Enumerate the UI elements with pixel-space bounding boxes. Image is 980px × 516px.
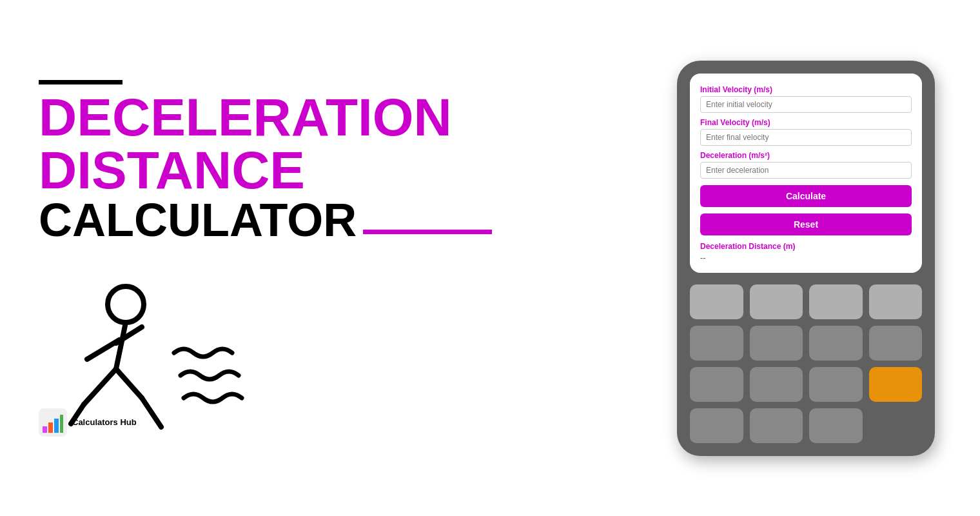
final-velocity-input[interactable] (700, 129, 912, 146)
key-r2c1[interactable] (690, 326, 743, 361)
final-velocity-label: Final Velocity (m/s) (700, 118, 912, 127)
svg-line-4 (84, 369, 116, 404)
svg-rect-12 (60, 415, 63, 433)
result-value: -- (700, 253, 912, 263)
purple-underline (363, 230, 492, 234)
right-section: Initial Velocity (m/s) Final Velocity (m… (671, 61, 941, 456)
title-black-bar (39, 80, 122, 84)
key-r4c1[interactable] (690, 408, 743, 443)
left-section: DECELERATION DISTANCE CALCULATOR (39, 80, 671, 437)
deceleration-label: Deceleration (m/s²) (700, 151, 912, 160)
svg-line-1 (116, 322, 126, 369)
svg-line-7 (142, 398, 161, 427)
svg-rect-9 (43, 426, 47, 433)
key-r3c3[interactable] (809, 367, 863, 402)
result-label: Deceleration Distance (m) (700, 242, 912, 251)
key-r2c3[interactable] (809, 326, 863, 361)
svg-line-6 (116, 369, 142, 398)
key-orange[interactable] (869, 367, 923, 402)
key-r4c3[interactable] (809, 408, 863, 443)
key-r2c2[interactable] (750, 326, 803, 361)
calculator-screen: Initial Velocity (m/s) Final Velocity (m… (690, 74, 922, 273)
title-distance: DISTANCE (39, 144, 671, 197)
logo-area: Calculators Hub (39, 408, 137, 437)
svg-rect-10 (48, 422, 53, 433)
key-r3c2[interactable] (750, 367, 803, 402)
logo-icon (39, 408, 67, 437)
svg-rect-11 (54, 419, 59, 433)
deceleration-input[interactable] (700, 162, 912, 179)
reset-button[interactable]: Reset (700, 213, 912, 235)
svg-line-3 (116, 327, 142, 343)
calculator-body: Initial Velocity (m/s) Final Velocity (m… (677, 61, 935, 456)
svg-point-0 (108, 286, 144, 322)
key-r2c4[interactable] (869, 326, 923, 361)
key-r3c1[interactable] (690, 367, 743, 402)
initial-velocity-input[interactable] (700, 96, 912, 113)
calculate-button[interactable]: Calculate (700, 185, 912, 207)
title-calculator: CALCULATOR (39, 197, 671, 243)
title-deceleration: DECELERATION (39, 91, 671, 144)
keypad (690, 284, 922, 443)
key-r1c1[interactable] (690, 284, 743, 319)
logo-text: Calculators Hub (72, 417, 137, 427)
key-r1c3[interactable] (809, 284, 863, 319)
key-r1c4[interactable] (869, 284, 923, 319)
initial-velocity-label: Initial Velocity (m/s) (700, 85, 912, 94)
key-r1c2[interactable] (750, 284, 803, 319)
key-r4c2[interactable] (750, 408, 803, 443)
